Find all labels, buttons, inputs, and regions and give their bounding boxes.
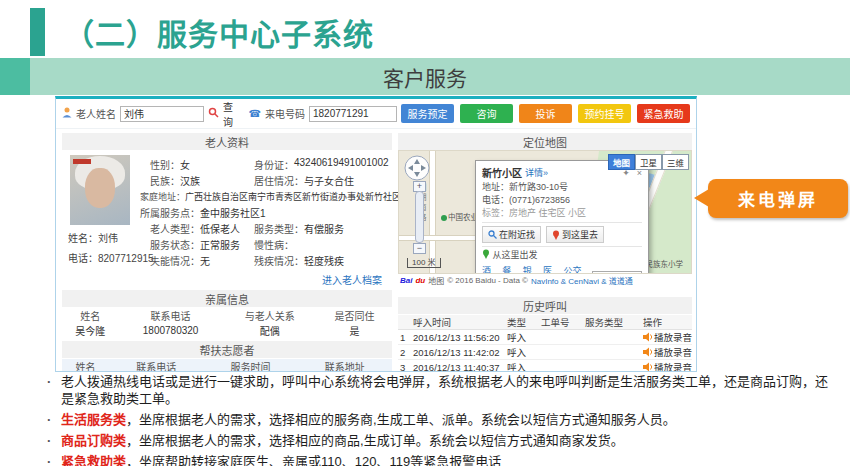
slide: （二）服务中心子系统 客户服务 老人姓名 查询 ☎ 来电号码 服务预定 咨询 投… xyxy=(0,0,850,466)
note-item: 紧急救助类，坐席帮助转接家庭医生、亲属或110、120、119等紧急报警电话 xyxy=(44,453,830,466)
map-view-map[interactable]: 地图 xyxy=(608,154,635,170)
relatives-col-cohabit: 是否同住 xyxy=(317,308,392,323)
map-panel: 定位地图 园湖南路 + − 地图 卫星 三维 中国农业银行 光大银行 xyxy=(398,130,692,372)
map-copyright: Baidu地图 © 2016 Baidu - Data © NavInfo & … xyxy=(398,274,692,287)
call-history-row: 3 2016/12/13 11:40:37 呼入 播放录音 xyxy=(398,360,692,373)
baidu-map[interactable]: 园湖南路 + − 地图 卫星 三维 中国农业银行 光大银行 新竹 民族东小学 1… xyxy=(398,150,692,274)
person-icon xyxy=(62,107,72,120)
volunteers-header-row: 姓名 联系电话 服务时间 联系地址 xyxy=(62,359,392,372)
go-here-button[interactable]: 到这里去 xyxy=(546,226,604,243)
profile-body: 姓名：刘伟 电话：8207712915 性别：女 身份证：43240619491… xyxy=(62,150,392,268)
relatives-col-name: 姓名 xyxy=(62,308,118,323)
search-button[interactable]: 查询 xyxy=(223,99,241,129)
relatives-section-title: 亲属信息 xyxy=(62,290,392,307)
elder-profile-panel: 老人资料 姓名：刘伟 电话：8207712915 性别：女 身份证：432406… xyxy=(62,130,392,372)
profile-section-title: 老人资料 xyxy=(62,133,392,150)
relatives-row: 吴今隆 1800780320 配偶 是 xyxy=(62,323,392,338)
search-nearby-button[interactable]: 在附近找 xyxy=(482,226,541,243)
caller-number-input[interactable] xyxy=(309,106,397,122)
depart-here-button[interactable]: 从这里出发 xyxy=(482,249,642,261)
col-service-type: 服务类型 xyxy=(583,315,641,330)
phone-icon: ☎ xyxy=(249,108,261,119)
note-item: 老人拨通热线电话或是进行一键求助，呼叫中心系统将会电弹屏，系统根据老人的来电呼叫… xyxy=(44,373,830,407)
note-item: 生活服务类，坐席根据老人的需求，选择相应的服务商,生成工单、派单。系统会以短信方… xyxy=(44,411,830,428)
popup-tags: 标签：房地产 住宅区 小区 xyxy=(482,208,642,219)
zoom-slider[interactable] xyxy=(415,191,424,243)
photo-watermark xyxy=(73,159,91,164)
volunteers-table: 姓名 联系电话 服务时间 联系地址 xyxy=(62,359,392,372)
consult-button[interactable]: 咨询 xyxy=(460,104,513,123)
popup-title: 新竹小区 xyxy=(482,165,522,180)
map-section-title: 定位地图 xyxy=(398,133,692,150)
service-booking-button[interactable]: 服务预定 xyxy=(401,104,454,123)
map-view-switch: 地图 卫星 三维 xyxy=(608,154,689,170)
link-hotel[interactable]: 酒店 xyxy=(482,264,498,274)
popup-phone: 电话：(0771)6723856 xyxy=(482,195,642,206)
call-history-table: 呼入时间 类型 工单号 服务类型 操作 1 2016/12/13 11:56:2… xyxy=(398,315,692,372)
map-view-satellite[interactable]: 卫星 xyxy=(635,154,662,170)
relatives-col-relation: 与老人关系 xyxy=(223,308,317,323)
baidu-logo: Bai xyxy=(400,276,412,285)
map-scale: 100 米 xyxy=(407,258,441,268)
field-address: 家庭地址：广西壮族自治区南宁市青秀区新竹街道办事处新竹社区居委会 xyxy=(138,190,428,203)
complaint-button[interactable]: 投诉 xyxy=(519,104,572,123)
link-bank[interactable]: 银行 xyxy=(523,264,539,274)
elder-photo xyxy=(70,155,130,225)
app-screenshot: 老人姓名 查询 ☎ 来电号码 服务预定 咨询 投诉 预约挂号 紧急救助 老人资料… xyxy=(55,96,697,372)
incoming-call-popup-callout: 来电弹屏 xyxy=(708,179,848,218)
relatives-table: 姓名 联系电话 与老人关系 是否同住 吴今隆 1800780320 配偶 是 xyxy=(62,308,392,338)
map-info-popup: 新竹小区 详情» ✦× 地址：新竹路30-10号 电话：(0771)672385… xyxy=(475,160,649,274)
photo-phone-caption: 电话：8207712915 xyxy=(68,250,138,265)
field-ethnicity: 民族：汉族 xyxy=(138,173,254,188)
col-work-order: 工单号 xyxy=(539,315,583,330)
link-food[interactable]: 餐饮 xyxy=(502,264,518,274)
play-recording-button[interactable]: 播放录音 xyxy=(643,360,692,372)
col-call-type: 类型 xyxy=(505,315,539,330)
link-hospital[interactable]: 医院 xyxy=(543,264,559,274)
play-recording-button[interactable]: 播放录音 xyxy=(643,330,692,344)
caller-number-label: 来电号码 xyxy=(265,106,305,121)
photo-name-caption: 姓名：刘伟 xyxy=(68,230,138,245)
zoom-out-button[interactable]: − xyxy=(413,243,426,254)
bank-icon xyxy=(441,215,447,221)
popup-address: 地址：新竹路30-10号 xyxy=(482,182,642,193)
col-operation: 操作 xyxy=(641,315,692,330)
callout-arrow xyxy=(694,189,709,207)
title-accent-bar xyxy=(30,8,45,56)
notes-list: 老人拨通热线电话或是进行一键求助，呼叫中心系统将会电弹屏，系统根据老人的来电呼叫… xyxy=(44,373,830,466)
link-bus-stop[interactable]: 公交站 xyxy=(563,264,588,274)
volunteers-col-time: 服务时间 xyxy=(203,359,297,372)
call-history-section: 历史呼叫 呼入时间 类型 工单号 服务类型 操作 1 2016/12/13 11… xyxy=(398,297,692,372)
field-gender: 性别：女 xyxy=(138,157,254,172)
popup-search-input[interactable] xyxy=(592,271,642,274)
callout-label: 来电弹屏 xyxy=(738,186,818,211)
map-view-3d[interactable]: 三维 xyxy=(662,154,689,170)
speaker-icon xyxy=(643,347,652,357)
volunteers-col-phone: 联系电话 xyxy=(109,359,203,372)
banner-accent xyxy=(0,58,30,95)
relatives-col-phone: 联系电话 xyxy=(118,308,223,323)
map-compass-control[interactable] xyxy=(404,155,430,183)
call-history-header-row: 呼入时间 类型 工单号 服务类型 操作 xyxy=(398,315,692,330)
speaker-icon xyxy=(643,362,652,372)
appointment-button[interactable]: 预约挂号 xyxy=(578,104,631,123)
volunteers-col-name: 姓名 xyxy=(62,359,109,372)
toolbar-buttons: 服务预定 咨询 投诉 预约挂号 紧急救助 xyxy=(401,104,690,123)
road-vertical xyxy=(429,151,436,273)
app-toolbar: 老人姓名 查询 ☎ 来电号码 服务预定 咨询 投诉 预约挂号 紧急救助 xyxy=(56,99,696,129)
banner: 客户服务 xyxy=(0,58,850,95)
volunteers-col-address: 联系地址 xyxy=(298,359,392,372)
call-history-row: 2 2016/12/13 11:42:02 呼入 播放录音 xyxy=(398,345,692,360)
elder-name-label: 老人姓名 xyxy=(76,106,116,121)
field-incapacity: 失能情况：无 xyxy=(138,253,254,268)
enter-archive-link[interactable]: 进入老人档案 xyxy=(62,272,382,287)
field-service-point: 所属服务点：金中服务社区1 xyxy=(138,205,266,220)
popup-buttons: 在附近找 到这里去 xyxy=(482,222,642,247)
search-icon xyxy=(208,107,219,120)
school-label: 民族东小学 xyxy=(646,258,684,269)
emergency-button[interactable]: 紧急救助 xyxy=(637,104,690,123)
col-call-time: 呼入时间 xyxy=(411,315,505,330)
popup-detail-link[interactable]: 详情» xyxy=(525,166,548,179)
elder-name-input[interactable] xyxy=(120,106,204,122)
play-recording-button[interactable]: 播放录音 xyxy=(643,345,692,359)
